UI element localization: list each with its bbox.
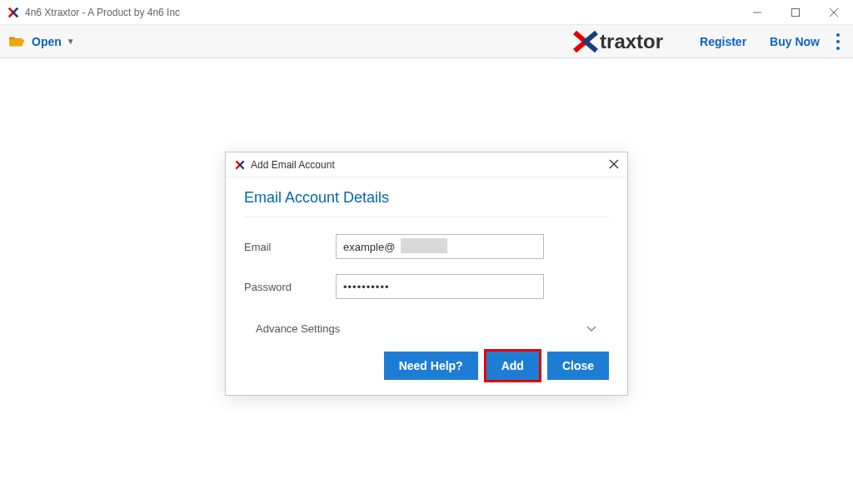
- app-icon: [7, 6, 20, 19]
- window-controls: [738, 0, 853, 25]
- dialog-titlebar: Add Email Account: [226, 152, 627, 177]
- folder-open-icon: [8, 35, 25, 48]
- open-button[interactable]: Open ▼: [8, 35, 75, 48]
- main-toolbar: Open ▼ traxtor Register Buy Now: [0, 25, 853, 58]
- window-close-button[interactable]: [815, 0, 853, 25]
- minimize-button[interactable]: [738, 0, 776, 25]
- register-link[interactable]: Register: [700, 35, 746, 48]
- password-row: Password: [244, 274, 609, 299]
- maximize-button[interactable]: [776, 0, 815, 25]
- dialog-footer: Need Help? Add Close: [244, 352, 609, 380]
- section-title: Email Account Details: [244, 189, 609, 217]
- close-icon: [609, 159, 619, 169]
- dialog-close-button[interactable]: [609, 157, 619, 172]
- redaction-box: [401, 238, 447, 253]
- email-row: Email: [244, 234, 609, 259]
- dialog-title: Add Email Account: [251, 159, 609, 171]
- email-label: Email: [244, 241, 336, 253]
- advance-settings-label: Advance Settings: [256, 322, 340, 335]
- close-button[interactable]: Close: [547, 352, 609, 380]
- brand-x-icon: [573, 31, 598, 52]
- caret-down-icon: ▼: [67, 37, 75, 46]
- chevron-down-icon: [586, 322, 597, 335]
- email-input-wrapper: [336, 234, 544, 259]
- dialog-app-icon: [234, 159, 246, 171]
- open-label: Open: [32, 35, 62, 48]
- need-help-button[interactable]: Need Help?: [384, 352, 478, 380]
- password-label: Password: [244, 281, 336, 293]
- buy-now-link[interactable]: Buy Now: [770, 35, 820, 48]
- dialog-body: Email Account Details Email Password Adv…: [226, 177, 627, 395]
- brand-text: traxtor: [600, 30, 663, 53]
- add-email-account-dialog: Add Email Account Email Account Details …: [225, 152, 628, 396]
- window-titlebar: 4n6 Xtraxtor - A Product by 4n6 Inc: [0, 0, 853, 25]
- more-menu-button[interactable]: [831, 32, 845, 52]
- password-input[interactable]: [336, 274, 544, 299]
- svg-rect-1: [792, 8, 800, 16]
- brand-logo: traxtor: [573, 30, 663, 53]
- add-button[interactable]: Add: [486, 352, 539, 380]
- advance-settings-toggle[interactable]: Advance Settings: [244, 314, 609, 352]
- window-title: 4n6 Xtraxtor - A Product by 4n6 Inc: [25, 7, 738, 18]
